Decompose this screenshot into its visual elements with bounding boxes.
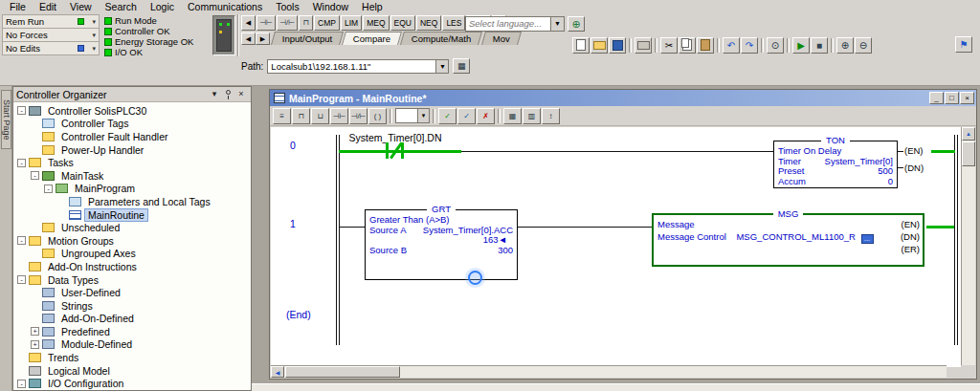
contact-operand-tag[interactable]: System_Timer[0].DN [319,132,472,143]
verify-rung-icon[interactable]: ✓ [438,108,457,124]
branch-icon[interactable]: ⊓ [292,108,310,124]
tree-item-controller-solisplc30[interactable]: -Controller SolisPLC30 [14,104,251,118]
bookmark-icon[interactable]: ⚑ [955,36,972,53]
zoom-in-icon[interactable]: ⊕ [836,37,854,54]
window-title-bar[interactable]: MainProgram - MainRoutine* _ □ × [270,90,976,106]
tab-start-page[interactable]: Start Page [1,90,11,149]
tab-input-output[interactable]: Input/Output [271,32,344,45]
chevron-down-icon[interactable]: ▼ [435,60,448,73]
scrollbar-thumb[interactable] [285,366,400,378]
ladder-canvas[interactable]: 0 1 (End) System_Timer[0].DN TON Tim [271,127,962,367]
tree-item-trends[interactable]: Trends [14,351,251,364]
save-icon[interactable] [609,37,626,54]
tree-item-controller-fault-handler[interactable]: Controller Fault Handler [14,130,251,143]
tree-item-tasks[interactable]: -Tasks [14,156,251,169]
menu-help[interactable]: Help [355,1,390,13]
branch-icon[interactable]: ⊓ [299,15,313,31]
xio-contact[interactable] [386,142,389,159]
edits-dropdown[interactable]: No Edits ▾ [2,41,100,55]
tab-mov[interactable]: Mov [481,32,522,45]
undo-icon[interactable]: ↶ [723,37,740,54]
print-icon[interactable] [635,37,652,54]
menu-file[interactable]: File [3,1,33,13]
instruction-neq-button[interactable]: NEQ [416,15,441,31]
tree-item-strings[interactable]: Strings [14,299,251,313]
who-active-button[interactable]: ▦ [453,58,470,74]
tree-item-power-up-handler[interactable]: Power-Up Handler [14,143,251,157]
cancel-edits-icon[interactable]: ✗ [477,108,495,124]
tree-item-ungrouped-axes[interactable]: Ungrouped Axes [14,248,251,261]
rung-number-1[interactable]: 1 [280,218,305,229]
menu-search[interactable]: Search [99,1,144,13]
tree-item-motion-groups[interactable]: -Motion Groups [14,234,251,248]
ton-param-value[interactable]: 0 [888,177,893,187]
menu-logic[interactable]: Logic [144,1,181,13]
chevron-down-icon[interactable]: ▾ [208,88,221,100]
tree-expander-icon[interactable]: - [17,106,26,115]
open-file-icon[interactable] [590,37,608,54]
element-dropdown[interactable]: ▾ [395,108,430,123]
rung-number-0[interactable]: 0 [280,140,305,151]
menu-tools[interactable]: Tools [269,1,306,13]
globe-icon[interactable]: ⊕ [568,16,585,32]
tree-expander-icon[interactable]: - [17,159,26,167]
tree-item-controller-tags[interactable]: Controller Tags [14,118,251,131]
copy-icon[interactable] [679,37,696,54]
xic-contact-icon[interactable]: ⊣⊢ [330,108,348,124]
new-file-icon[interactable] [572,37,590,54]
grt-source-b-value[interactable]: 300 [498,246,513,256]
new-rung-icon[interactable]: ≡ [273,108,291,124]
language-select[interactable]: Select language... ▼ [465,16,565,32]
tree-expander-icon[interactable]: - [17,380,26,388]
minimize-button[interactable]: _ [929,92,944,104]
tab-scroll-right-button[interactable]: ▶ [256,33,270,45]
tree-expander-icon[interactable]: - [17,236,26,245]
tree-item-parameters-and-local-tags[interactable]: Parameters and Local Tags [14,195,251,208]
xio-contact-icon[interactable]: ⊣/⊢ [349,108,368,124]
tree-item-logical-model[interactable]: Logical Model [14,364,251,378]
navigate-icon[interactable]: ↕ [542,108,560,124]
tree-expander-icon[interactable]: - [17,275,26,284]
tab-scroll-left-button[interactable]: ◀ [241,33,256,45]
maximize-button[interactable]: □ [945,92,959,104]
chevron-down-icon[interactable]: ▼ [550,17,564,31]
instruction-meq-button[interactable]: MEQ [363,15,389,31]
tree-item-mainprogram[interactable]: -MainProgram [14,183,251,196]
zoom-out-icon[interactable]: ⊖ [855,37,872,54]
menu-view[interactable]: View [63,1,99,13]
split-window-icon[interactable]: ▥ [523,108,541,124]
paste-icon[interactable] [697,37,714,54]
tree-item-maintask[interactable]: -MainTask [14,169,251,183]
tree-item-unscheduled[interactable]: Unscheduled [14,221,251,234]
ton-instruction[interactable]: TON Timer On Delay TimerSystem_Timer[0] … [773,141,898,188]
ton-param-value[interactable]: 500 [878,166,893,177]
instruction-lim-button[interactable]: LIM [341,15,362,31]
tree-expander-icon[interactable]: - [44,185,53,193]
tree-item-add-on-instructions[interactable]: Add-On Instructions [14,260,251,273]
cut-icon[interactable]: ✂ [660,37,678,54]
verify-routine-icon[interactable]: ✓ [457,108,476,124]
xic-contact-icon[interactable]: ⊣⊢ [256,15,276,31]
tree-item-add-on-defined[interactable]: Add-On-Defined [14,313,251,326]
branch-level-icon[interactable]: ⊔ [311,108,329,124]
scrollbar-thumb[interactable] [962,141,975,166]
scroll-left-icon[interactable]: ◀ [271,366,284,378]
tree-expander-icon[interactable]: + [31,327,39,336]
mode-dropdown[interactable]: Rem Run ▾ [2,14,100,29]
browse-button[interactable]: ... [861,234,874,244]
path-combobox[interactable]: Localsub1\192.168.1.11" ▼ [267,59,449,74]
tree-item-data-types[interactable]: -Data Types [14,273,251,287]
run-mode-icon[interactable]: ▶ [792,37,810,54]
scroll-left-button[interactable]: ◀ [241,15,256,31]
redo-icon[interactable]: ↷ [741,37,758,54]
program-mode-icon[interactable]: ■ [811,37,828,54]
menu-window[interactable]: Window [306,1,355,13]
tree-item-i-o-configuration[interactable]: -I/O Configuration [14,377,251,390]
pin-icon[interactable] [221,88,234,100]
ote-coil-icon[interactable]: ( ) [368,108,387,124]
scroll-up-icon[interactable]: ▲ [962,127,975,141]
close-icon[interactable]: × [234,88,248,100]
browse-logic-icon[interactable]: ▦ [503,108,522,124]
grt-instruction[interactable]: GRT Greater Than (A>B) Source ASystem_Ti… [365,209,518,280]
menu-communications[interactable]: Communications [181,1,269,13]
